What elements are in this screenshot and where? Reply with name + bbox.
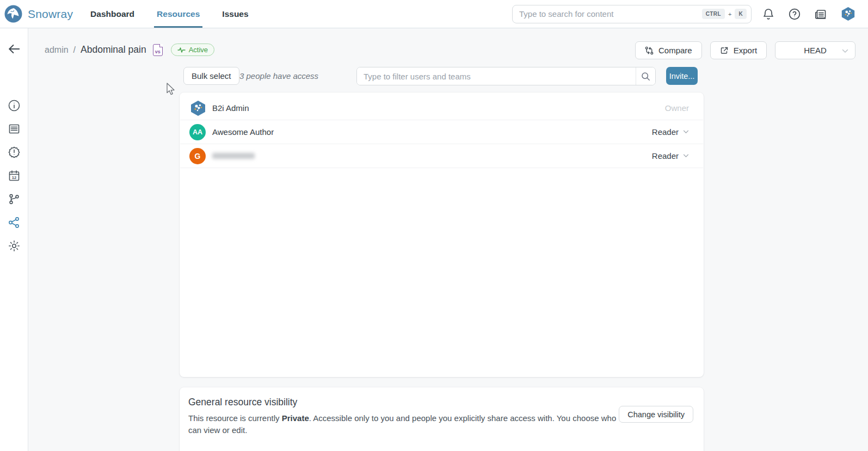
sidebar-item-issues[interactable] [8, 146, 21, 159]
back-arrow-icon[interactable] [7, 42, 21, 58]
breadcrumb-separator: / [73, 45, 76, 55]
version-file-badge: vs [153, 44, 163, 56]
status-label: Active [189, 46, 208, 54]
member-name-redacted [212, 153, 255, 159]
avatar-initials: G [189, 148, 206, 164]
export-button[interactable]: Export [710, 41, 767, 59]
sharing-toolbar: Bulk select 3 people have access Invite.… [180, 67, 704, 85]
members-panel: B2i Admin Owner AA Awesome Author Reader… [180, 92, 704, 377]
page-title: Abdominal pain [81, 44, 146, 55]
sidebar-item-calendar[interactable]: 12 [8, 169, 21, 182]
version-label: HEAD [804, 46, 827, 55]
navbar-icons [762, 7, 856, 21]
file-badge-label: vs [155, 49, 161, 55]
visibility-value: Private [282, 413, 309, 423]
visibility-description: This resource is currently Private. Acce… [188, 412, 618, 436]
invite-button[interactable]: Invite... [666, 67, 698, 85]
file-badge-fold [159, 44, 163, 47]
nav-tab-resources[interactable]: Resources [156, 0, 201, 28]
access-summary: 3 people have access [239, 71, 318, 81]
filter-search-button[interactable] [636, 67, 655, 85]
chevron-down-icon [842, 49, 848, 53]
visibility-text-prefix: This resource is currently [188, 413, 282, 423]
global-search-input[interactable] [519, 9, 699, 18]
help-icon[interactable] [788, 8, 801, 21]
visibility-title: General resource visibility [188, 397, 693, 408]
notifications-bell-icon[interactable] [762, 8, 775, 21]
role-label: Owner [665, 103, 689, 113]
change-visibility-button[interactable]: Change visibility [619, 406, 693, 423]
left-sidebar: 12 [0, 28, 28, 451]
visibility-panel: General resource visibility This resourc… [180, 387, 704, 451]
brand-name: Snowray [28, 8, 73, 21]
compare-label: Compare [658, 46, 692, 55]
news-icon[interactable] [814, 8, 827, 21]
shortcut-key-ctrl: CTRL [702, 9, 725, 19]
sidebar-item-info[interactable] [8, 99, 21, 112]
global-search[interactable]: CTRL + K [512, 5, 752, 23]
chevron-down-icon [683, 130, 689, 134]
compare-button[interactable]: Compare [635, 41, 702, 59]
member-name: Awesome Author [212, 127, 274, 137]
member-role-owner: Owner [665, 103, 689, 113]
shortcut-key-k: K [735, 9, 747, 19]
bulk-select-button[interactable]: Bulk select [183, 67, 239, 85]
snowray-logo-icon [4, 5, 22, 23]
mouse-cursor [165, 82, 177, 98]
status-badge: Active [171, 44, 214, 56]
export-label: Export [734, 46, 757, 55]
shortcut-plus: + [728, 11, 731, 17]
search-icon [641, 72, 650, 81]
nav-tab-dashboard[interactable]: Dashboard [89, 0, 136, 28]
version-select[interactable]: HEAD [775, 41, 855, 59]
main-nav: Dashboard Resources Issues [89, 0, 250, 28]
pulse-icon [177, 47, 186, 53]
member-row: AA Awesome Author Reader [180, 120, 703, 144]
compare-icon [645, 46, 654, 55]
role-label: Reader [652, 127, 679, 137]
avatar-hexagon [189, 100, 207, 116]
export-icon [720, 46, 729, 55]
member-role-dropdown[interactable]: Reader [652, 127, 689, 137]
sidebar-item-branch[interactable] [8, 193, 21, 206]
chevron-down-icon [683, 154, 689, 158]
top-navbar: Snowray Dashboard Resources Issues CTRL … [0, 0, 868, 28]
header-actions: Compare Export HEAD [635, 41, 855, 59]
member-row: B2i Admin Owner [180, 96, 703, 120]
role-label: Reader [652, 151, 679, 160]
nav-tab-issues[interactable]: Issues [221, 0, 249, 28]
sidebar-item-settings[interactable] [8, 239, 21, 252]
avatar-initials: AA [189, 124, 206, 140]
sidebar-item-share[interactable] [8, 216, 21, 229]
breadcrumb-parent[interactable]: admin [45, 45, 69, 55]
svg-text:12: 12 [12, 175, 16, 180]
user-avatar[interactable] [840, 7, 856, 21]
filter-users-input[interactable] [357, 67, 636, 85]
member-role-dropdown[interactable]: Reader [652, 151, 689, 160]
brand-logo[interactable]: Snowray [4, 5, 73, 23]
member-name: B2i Admin [212, 103, 249, 113]
sidebar-item-document[interactable] [8, 122, 21, 135]
breadcrumb: admin / Abdominal pain vs Active [45, 44, 214, 56]
sidebar-icon-group: 12 [8, 99, 21, 252]
filter-users-field[interactable] [356, 67, 656, 85]
member-row: G Reader [180, 144, 703, 168]
